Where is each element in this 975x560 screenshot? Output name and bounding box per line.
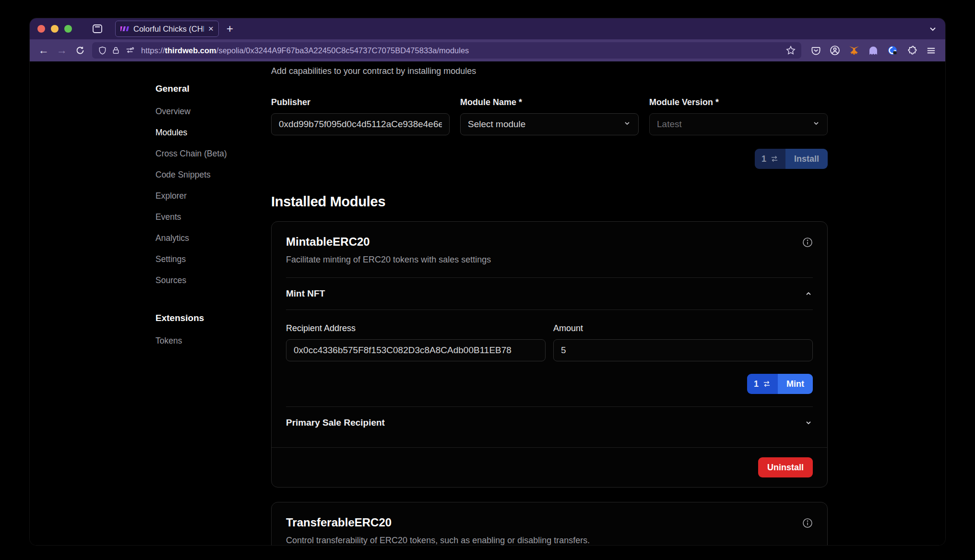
page-content: General Overview Modules Cross Chain (Be… — [30, 61, 945, 545]
module-description: Control transferability of ERC20 tokens,… — [286, 536, 590, 545]
sidebar-item-events[interactable]: Events — [155, 212, 256, 222]
swap-arrows-icon — [762, 381, 771, 387]
amount-input[interactable] — [553, 339, 813, 361]
back-button[interactable]: ← — [36, 42, 52, 59]
modules-intro-text: Add capabilities to your contract by ins… — [271, 66, 828, 76]
sidebar-item-modules[interactable]: Modules — [155, 128, 256, 138]
tab-close-icon[interactable]: × — [208, 24, 214, 34]
browser-toolbar: ← → https://thirdweb.com/sepolia/0x3244A… — [30, 39, 945, 61]
close-window-button[interactable] — [37, 25, 45, 33]
browser-window: Colorful Chicks (CHICK) | Sepoli × + ← → — [30, 18, 945, 545]
chevron-down-icon — [623, 119, 631, 130]
publisher-label: Publisher — [271, 97, 450, 107]
module-card-mintable-erc20: MintableERC20 Facilitate minting of ERC2… — [271, 221, 828, 488]
reload-button[interactable] — [72, 42, 88, 59]
zoom-window-button[interactable] — [64, 25, 72, 33]
menu-hamburger-icon[interactable] — [922, 42, 939, 59]
module-version-select[interactable]: Latest — [649, 113, 828, 135]
uninstall-button[interactable]: Uninstall — [758, 457, 813, 477]
mint-button[interactable]: 1 Mint — [747, 374, 813, 394]
sidebar: General Overview Modules Cross Chain (Be… — [155, 83, 256, 357]
extensions-puzzle-icon[interactable] — [903, 42, 920, 59]
mint-nft-accordion[interactable]: Mint NFT — [286, 278, 813, 310]
amount-label: Amount — [553, 323, 813, 334]
recipient-address-label: Recipient Address — [286, 323, 546, 334]
url-path: /sepolia/0x3244A9F67ba3A22450C8c54737C70… — [216, 46, 469, 55]
metamask-icon[interactable] — [845, 42, 863, 59]
url-protocol: https:// — [141, 46, 165, 55]
bookmark-star-icon[interactable] — [786, 46, 796, 55]
forward-button[interactable]: → — [54, 42, 70, 59]
install-button[interactable]: 1 Install — [755, 149, 828, 169]
phantom-icon[interactable] — [865, 42, 882, 59]
sidebar-item-settings[interactable]: Settings — [155, 254, 256, 264]
recipient-address-input[interactable] — [286, 339, 546, 361]
installed-modules-heading: Installed Modules — [271, 194, 828, 210]
main-panel: Add capabilities to your contract by ins… — [271, 61, 828, 545]
tab-strip: Colorful Chicks (CHICK) | Sepoli × + — [30, 18, 945, 39]
sidebar-item-overview[interactable]: Overview — [155, 107, 256, 117]
mint-button-label: Mint — [778, 374, 813, 394]
mint-nft-label: Mint NFT — [286, 288, 325, 299]
url-domain: thirdweb.com — [165, 46, 216, 55]
module-title: TransferableERC20 — [286, 516, 590, 529]
primary-sale-label: Primary Sale Recipient — [286, 417, 385, 428]
install-tx-count: 1 — [755, 149, 785, 169]
module-name-select[interactable]: Select module — [460, 113, 639, 135]
url-bar[interactable]: https://thirdweb.com/sepolia/0x3244A9F67… — [92, 42, 801, 59]
url-text: https://thirdweb.com/sepolia/0x3244A9F67… — [141, 46, 781, 55]
firefox-view-icon[interactable] — [92, 24, 103, 34]
tracking-shield-icon[interactable] — [98, 46, 107, 55]
sidebar-item-analytics[interactable]: Analytics — [155, 233, 256, 243]
sidebar-item-sources[interactable]: Sources — [155, 275, 256, 286]
chevron-down-icon — [812, 119, 820, 130]
pocket-icon[interactable] — [807, 42, 824, 59]
info-icon[interactable] — [802, 518, 813, 530]
permissions-icon[interactable] — [125, 47, 134, 54]
list-tabs-chevron-icon[interactable] — [928, 24, 938, 34]
mint-tx-count: 1 — [747, 374, 778, 394]
module-name-value: Select module — [468, 119, 525, 130]
sidebar-item-cross-chain[interactable]: Cross Chain (Beta) — [155, 149, 256, 159]
sidebar-item-tokens[interactable]: Tokens — [155, 336, 256, 346]
chevron-down-icon — [804, 418, 813, 427]
browser-tab[interactable]: Colorful Chicks (CHICK) | Sepoli × — [115, 21, 219, 37]
sidebar-heading-extensions: Extensions — [155, 313, 256, 323]
module-title: MintableERC20 — [286, 235, 491, 249]
install-button-label: Install — [785, 149, 828, 169]
sidebar-heading-general: General — [155, 83, 256, 94]
lock-icon[interactable] — [112, 46, 120, 55]
tab-title: Colorful Chicks (CHICK) | Sepoli — [133, 24, 204, 34]
info-icon[interactable] — [802, 237, 813, 250]
new-tab-button[interactable]: + — [226, 22, 233, 36]
sidebar-item-code-snippets[interactable]: Code Snippets — [155, 170, 256, 180]
swap-arrows-icon — [770, 155, 779, 162]
module-name-label: Module Name * — [460, 97, 639, 107]
install-module-form: Publisher Module Name * Select module Mo… — [271, 97, 828, 135]
module-version-value: Latest — [657, 119, 682, 130]
minimize-window-button[interactable] — [51, 25, 59, 33]
primary-sale-accordion[interactable]: Primary Sale Recipient — [286, 407, 813, 439]
module-description: Facilitate minting of ERC20 tokens with … — [286, 255, 491, 265]
sidebar-item-explorer[interactable]: Explorer — [155, 191, 256, 201]
thirdweb-favicon — [120, 24, 129, 33]
publisher-input[interactable] — [271, 113, 450, 135]
module-card-transferable-erc20: TransferableERC20 Control transferabilit… — [271, 502, 828, 545]
wallet-extension-icon[interactable] — [884, 42, 901, 59]
chevron-up-icon — [804, 289, 813, 298]
window-controls — [37, 25, 72, 33]
module-version-label: Module Version * — [649, 97, 828, 107]
account-icon[interactable] — [826, 42, 844, 59]
